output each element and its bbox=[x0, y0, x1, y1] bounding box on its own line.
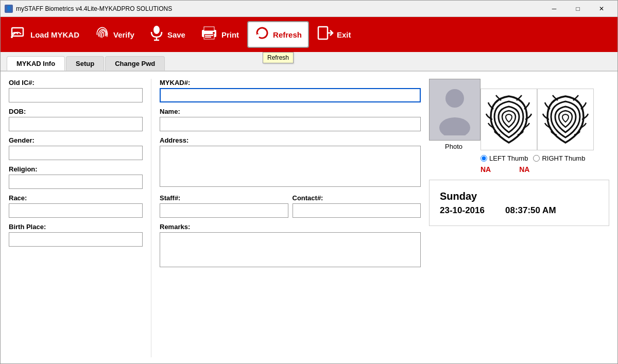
left-thumb-status: NA bbox=[480, 165, 491, 174]
thumb-radio-row: LEFT Thumb RIGHT Thumb bbox=[480, 154, 609, 162]
title-bar: 👤 mySTAFF Biometrics v4.4Lite-MYKADPRO S… bbox=[1, 1, 617, 17]
birth-place-label: Birth Place: bbox=[9, 223, 143, 231]
tabs-bar: MYKAD Info Setup Change Pwd bbox=[1, 52, 617, 72]
svg-point-1 bbox=[11, 36, 13, 38]
refresh-tooltip: Refresh bbox=[263, 52, 294, 63]
left-thumb-radio[interactable]: LEFT Thumb bbox=[480, 154, 528, 162]
birth-place-group: Birth Place: bbox=[9, 223, 143, 247]
staff-contact-row: Staff#: Contact#: bbox=[160, 194, 421, 223]
contact-group: Contact#: bbox=[293, 194, 421, 218]
svg-point-14 bbox=[439, 117, 470, 135]
tab-mykad-info[interactable]: MYKAD Info bbox=[7, 56, 65, 71]
right-fingerprint-box bbox=[537, 89, 594, 150]
load-mykad-button[interactable]: Load MYKAD bbox=[5, 21, 85, 48]
religion-input[interactable] bbox=[9, 175, 143, 189]
main-content: Old IC#: DOB: Gender: Religion: Race: Bi… bbox=[1, 72, 617, 364]
mykad-group: MYKAD#: bbox=[160, 79, 421, 102]
exit-button[interactable]: Exit bbox=[311, 21, 357, 48]
religion-group: Religion: bbox=[9, 165, 143, 189]
toolbar: Load MYKAD Verify Save bbox=[1, 17, 617, 52]
na-row: NA NA bbox=[480, 165, 609, 174]
person-placeholder bbox=[434, 84, 475, 135]
race-label: Race: bbox=[9, 194, 143, 202]
right-thumb-radio[interactable]: RIGHT Thumb bbox=[533, 154, 585, 162]
time-text: 08:37:50 AM bbox=[505, 205, 556, 216]
address-group: Address: bbox=[160, 136, 421, 189]
svg-rect-6 bbox=[204, 27, 214, 31]
staff-group: Staff#: bbox=[160, 194, 288, 218]
date-time-row: 23-10-2016 08:37:50 AM bbox=[440, 205, 598, 216]
svg-point-2 bbox=[153, 26, 160, 34]
tab-change-pwd[interactable]: Change Pwd bbox=[105, 56, 165, 71]
mykad-input[interactable] bbox=[160, 88, 421, 102]
svg-rect-9 bbox=[205, 37, 211, 38]
name-label: Name: bbox=[160, 108, 421, 115]
remarks-input[interactable] bbox=[160, 232, 421, 267]
name-input[interactable] bbox=[160, 117, 421, 131]
close-button[interactable]: ✕ bbox=[590, 1, 613, 17]
race-input[interactable] bbox=[9, 203, 143, 218]
maximize-button[interactable]: □ bbox=[566, 1, 590, 17]
gender-group: Gender: bbox=[9, 136, 143, 160]
right-thumb-label: RIGHT Thumb bbox=[542, 154, 585, 162]
dob-group: DOB: bbox=[9, 108, 143, 131]
print-button[interactable]: Print bbox=[194, 21, 245, 48]
address-input[interactable] bbox=[160, 146, 421, 187]
right-thumb-radio-input[interactable] bbox=[533, 155, 540, 162]
title-bar-text: mySTAFF Biometrics v4.4Lite-MYKADPRO SOL… bbox=[16, 5, 542, 12]
date-text: 23-10-2016 bbox=[440, 205, 485, 216]
panel-divider bbox=[151, 79, 151, 357]
dob-input[interactable] bbox=[9, 117, 143, 131]
contact-input[interactable] bbox=[293, 203, 421, 218]
staff-label: Staff#: bbox=[160, 194, 288, 202]
old-ic-input[interactable] bbox=[9, 88, 143, 102]
left-fingerprint-svg bbox=[483, 91, 535, 148]
gender-input[interactable] bbox=[9, 146, 143, 160]
photo-box bbox=[429, 79, 480, 141]
religion-label: Religion: bbox=[9, 165, 143, 173]
svg-rect-11 bbox=[318, 27, 328, 39]
left-panel: Old IC#: DOB: Gender: Religion: Race: Bi… bbox=[9, 79, 143, 357]
remarks-label: Remarks: bbox=[160, 223, 421, 231]
address-label: Address: bbox=[160, 136, 421, 144]
left-thumb-radio-input[interactable] bbox=[480, 155, 487, 162]
left-fingerprint-box bbox=[480, 89, 537, 150]
gender-label: Gender: bbox=[9, 136, 143, 144]
svg-point-13 bbox=[445, 89, 464, 108]
verify-button[interactable]: Verify bbox=[88, 21, 141, 48]
day-text: Sunday bbox=[440, 190, 598, 202]
name-group: Name: bbox=[160, 108, 421, 131]
app-icon: 👤 bbox=[5, 5, 13, 13]
middle-panel: MYKAD#: Name: Address: Staff#: Contact#:… bbox=[160, 79, 421, 357]
datetime-box: Sunday 23-10-2016 08:37:50 AM bbox=[429, 180, 609, 226]
save-icon bbox=[149, 25, 164, 45]
print-icon bbox=[200, 25, 218, 45]
refresh-button[interactable]: Refresh bbox=[247, 21, 309, 48]
staff-input[interactable] bbox=[160, 203, 288, 218]
print-label: Print bbox=[221, 30, 239, 39]
svg-point-10 bbox=[213, 32, 215, 34]
cast-icon bbox=[11, 25, 27, 45]
old-ic-group: Old IC#: bbox=[9, 79, 143, 102]
fingerprint-icon bbox=[94, 25, 110, 45]
race-group: Race: bbox=[9, 194, 143, 218]
remarks-group: Remarks: bbox=[160, 223, 421, 269]
save-button[interactable]: Save bbox=[143, 21, 192, 48]
refresh-icon bbox=[254, 25, 270, 44]
dob-label: DOB: bbox=[9, 108, 143, 115]
birth-place-input[interactable] bbox=[9, 232, 143, 247]
save-label: Save bbox=[167, 30, 185, 39]
load-mykad-label: Load MYKAD bbox=[30, 30, 79, 39]
right-panel: Photo bbox=[429, 79, 609, 357]
right-fingerprint-svg bbox=[540, 91, 591, 148]
refresh-container: Refresh Refresh bbox=[247, 21, 309, 48]
minimize-button[interactable]: ─ bbox=[542, 1, 566, 17]
svg-rect-8 bbox=[205, 35, 213, 36]
exit-label: Exit bbox=[337, 30, 351, 39]
exit-icon bbox=[317, 25, 334, 45]
refresh-label: Refresh bbox=[273, 30, 302, 39]
tab-setup[interactable]: Setup bbox=[66, 56, 104, 71]
verify-label: Verify bbox=[113, 30, 134, 39]
photo-label: Photo bbox=[445, 143, 462, 150]
mykad-label: MYKAD#: bbox=[160, 79, 421, 86]
